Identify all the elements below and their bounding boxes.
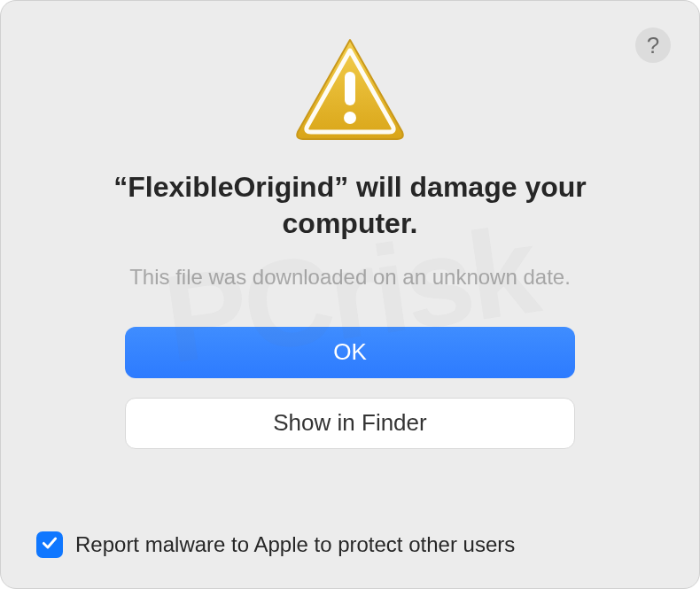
malware-warning-dialog: PCrisk ? “FlexibleOrigind” will damage y…: [0, 0, 700, 589]
svg-rect-0: [345, 72, 355, 105]
report-malware-checkbox[interactable]: [36, 531, 63, 558]
button-group: OK Show in Finder: [1, 327, 699, 449]
ok-button[interactable]: OK: [125, 327, 575, 378]
dialog-subtitle: This file was downloaded on an unknown d…: [54, 265, 646, 290]
show-in-finder-button[interactable]: Show in Finder: [125, 398, 575, 449]
dialog-title: “FlexibleOrigind” will damage your compu…: [54, 169, 646, 242]
checkmark-icon: [41, 532, 58, 557]
svg-point-1: [344, 112, 356, 124]
warning-icon-container: [1, 35, 699, 144]
report-malware-row: Report malware to Apple to protect other…: [36, 531, 664, 558]
report-malware-label: Report malware to Apple to protect other…: [75, 532, 515, 557]
warning-triangle-icon: [292, 35, 408, 144]
help-button[interactable]: ?: [635, 27, 671, 63]
dialog-content: “FlexibleOrigind” will damage your compu…: [1, 169, 699, 290]
